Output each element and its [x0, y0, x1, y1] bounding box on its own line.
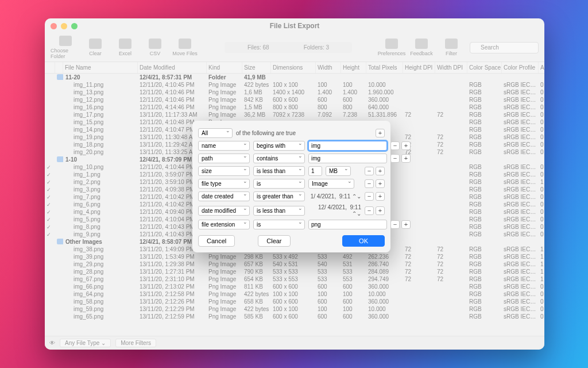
folders-count: Folders: 3 — [304, 44, 329, 51]
toolbar-filter[interactable]: Filter — [436, 39, 466, 56]
table-header: File NameDate ModifiedKindSizeDimensions… — [45, 62, 544, 74]
column-header[interactable]: Color Space — [467, 62, 502, 73]
field-select[interactable]: file type — [198, 179, 250, 189]
add-rule-button[interactable]: + — [376, 179, 385, 188]
column-header[interactable]: Size — [242, 62, 271, 73]
remove-rule-button[interactable]: − — [365, 206, 374, 215]
filter-rule: pathcontains−+ — [198, 154, 385, 163]
column-header[interactable]: Total Pixels — [366, 62, 403, 73]
field-select[interactable]: path — [198, 154, 250, 163]
column-header[interactable]: Width — [316, 62, 341, 73]
column-header[interactable]: Alpha Chan... — [539, 62, 544, 73]
column-header[interactable]: Height DPI — [403, 62, 435, 73]
toolbar-excel[interactable]: Excel — [110, 36, 140, 59]
add-rule-button[interactable]: + — [376, 192, 385, 201]
toolbar-preferences[interactable]: Preferences — [377, 39, 407, 56]
add-rule-button[interactable]: + — [376, 129, 385, 137]
remove-rule-button[interactable]: − — [390, 141, 400, 150]
toolbar-csv[interactable]: CSV — [140, 36, 170, 59]
scope-text: of the following are true — [236, 130, 296, 136]
titlebar: File List Export — [45, 18, 544, 33]
table-row[interactable]: img_66.png13/11/20, 2:13:02 PMPng Image8… — [45, 283, 544, 290]
table-row[interactable]: img_17.png13/11/20, 11:17:33 AMPng Image… — [45, 111, 544, 118]
remove-rule-button[interactable]: − — [390, 154, 400, 163]
column-header[interactable]: Height — [341, 62, 366, 73]
toolbar-choose-folder[interactable]: Choose Folder — [51, 36, 80, 59]
remove-rule-button[interactable]: − — [365, 192, 374, 201]
table-row[interactable]: img_39.png13/11/20, 1:53:49 PMPng Image2… — [45, 253, 544, 260]
filter-rule: file extensionis−+ — [198, 220, 385, 229]
add-rule-button[interactable]: + — [376, 206, 385, 215]
search-input[interactable] — [470, 42, 539, 53]
value-input[interactable] — [308, 154, 387, 163]
field-select[interactable]: date created — [198, 191, 250, 201]
filter-rule: file typeisImage−+ — [198, 179, 385, 189]
operator-select[interactable]: contains — [253, 154, 305, 163]
more-filters[interactable]: More Filters — [115, 339, 156, 347]
column-header[interactable]: Kind — [207, 62, 242, 73]
field-select[interactable]: size — [198, 166, 250, 176]
operator-select[interactable]: begins with — [253, 141, 305, 151]
column-header[interactable]: Dimensions — [271, 62, 316, 73]
folder-row[interactable]: 11-2012/4/21, 8:57:31 PMFolder41,9 MB — [45, 74, 544, 81]
filter-rule: namebegins with−+ — [198, 141, 385, 151]
table-row[interactable]: img_64.png13/11/20, 2:12:58 PMPng Image4… — [45, 290, 544, 298]
scope-select[interactable]: All — [198, 128, 233, 138]
operator-select[interactable]: is less than — [253, 166, 305, 176]
table-row[interactable]: img_65.png13/11/20, 2:12:59 PMPng Image5… — [45, 313, 544, 320]
column-header[interactable] — [55, 62, 63, 73]
table-row[interactable]: img_13.png12/11/20, 4:10:46 PMPng Image1… — [45, 89, 544, 96]
table-row[interactable]: img_59.png13/11/20, 2:12:29 PMPng Image4… — [45, 305, 544, 313]
column-header[interactable]: File Name — [63, 62, 138, 73]
date-value[interactable]: 12/ 4/2021, 9:11 ⌃⌄ — [308, 204, 361, 217]
toolbar-clear[interactable]: Clear — [80, 36, 110, 59]
unit-select[interactable]: MB — [326, 166, 351, 176]
table-row[interactable]: img_11.png12/11/20, 4:10:45 PMPng Image4… — [45, 81, 544, 89]
add-rule-button[interactable]: + — [401, 141, 411, 150]
operator-select[interactable]: is — [253, 220, 305, 229]
filter-dialog: All of the following are true + namebegi… — [192, 121, 390, 252]
operator-select[interactable]: is — [253, 179, 305, 189]
clear-button[interactable]: Clear — [258, 235, 290, 247]
table-row[interactable]: img_12.png12/11/20, 4:10:46 PMPng Image8… — [45, 96, 544, 103]
minimize-icon[interactable] — [61, 23, 67, 29]
ok-button[interactable]: OK — [342, 235, 385, 247]
field-select[interactable]: file extension — [198, 220, 250, 229]
close-icon[interactable] — [51, 23, 57, 29]
filter-rule: date modifiedis less than12/ 4/2021, 9:1… — [198, 204, 385, 217]
file-type-filter[interactable]: Any File Type ⌄ — [60, 339, 111, 347]
table-row[interactable]: img_29.png13/11/20, 1:29:38 PMPng Image6… — [45, 260, 544, 268]
remove-rule-button[interactable]: − — [365, 179, 374, 188]
remove-rule-button[interactable]: − — [365, 167, 374, 175]
value-input[interactable] — [308, 141, 387, 151]
field-select[interactable]: name — [198, 141, 250, 151]
cancel-button[interactable]: Cancel — [198, 235, 235, 247]
value-input[interactable] — [308, 220, 387, 229]
table-row[interactable]: img_28.png13/11/20, 1:27:31 PMPng Image7… — [45, 268, 544, 275]
column-header[interactable]: Color Profile — [502, 62, 539, 73]
date-value[interactable]: 1/ 4/2021, 9:11 ⌃⌄ — [308, 193, 361, 200]
table-row[interactable]: img_58.png13/11/20, 2:12:26 PMPng Image6… — [45, 298, 544, 305]
number-input[interactable] — [308, 166, 322, 176]
add-rule-button[interactable]: + — [401, 220, 411, 229]
toolbar: Choose FolderClearExcelCSVMove Files Fil… — [45, 33, 544, 62]
add-rule-button[interactable]: + — [376, 167, 385, 175]
column-header[interactable]: Date Modified — [138, 62, 207, 73]
add-rule-button[interactable]: + — [401, 154, 411, 163]
toolbar-move-files[interactable]: Move Files — [170, 36, 200, 59]
operator-select[interactable]: is greater than — [253, 191, 305, 201]
value-select[interactable]: Image — [308, 179, 354, 189]
table-row[interactable]: img_67.png13/11/20, 2:31:10 PMPng Image6… — [45, 275, 544, 283]
footer: 👁 Any File Type ⌄ More Filters — [45, 336, 544, 350]
column-header[interactable] — [45, 62, 55, 73]
table-row[interactable]: img_16.png12/11/20, 4:14:46 PMPng Image1… — [45, 103, 544, 111]
toolbar-feedback[interactable]: Feedback — [407, 39, 436, 56]
counts: Files: 68 Folders: 3 — [225, 42, 352, 53]
column-header[interactable]: Width DPI — [435, 62, 467, 73]
visibility-icon[interactable]: 👁 — [49, 340, 55, 346]
operator-select[interactable]: is less than — [253, 206, 305, 216]
files-count: Files: 68 — [247, 44, 269, 51]
field-select[interactable]: date modified — [198, 206, 250, 216]
remove-rule-button[interactable]: − — [390, 220, 400, 229]
zoom-icon[interactable] — [71, 23, 78, 29]
